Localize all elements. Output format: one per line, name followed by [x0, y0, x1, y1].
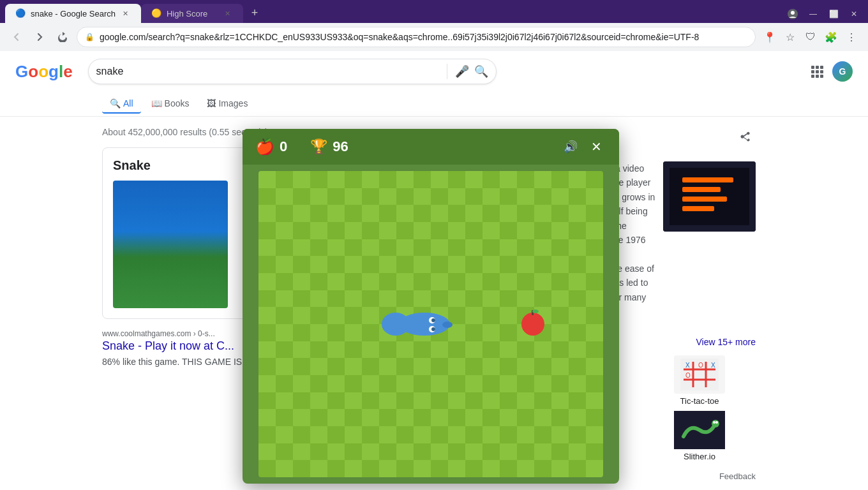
board-cell: [310, 358, 327, 375]
board-cell: [431, 426, 448, 443]
apple-score-icon: 🍎: [255, 138, 274, 156]
board-cell: [483, 392, 500, 410]
board-cell: [500, 205, 517, 222]
tab-favicon-snake: 🔵: [15, 8, 26, 19]
board-cell: [534, 256, 551, 273]
board-cell: [414, 341, 431, 359]
google-apps-button[interactable]: [807, 61, 827, 82]
board-cell: [327, 188, 345, 205]
board-cell: [569, 324, 586, 341]
profile-icon[interactable]: [784, 8, 802, 20]
high-score-section: 🏆 96: [310, 138, 348, 155]
feedback-button[interactable]: Feedback: [719, 471, 756, 481]
extension2-button[interactable]: 🧩: [822, 28, 840, 46]
board-cell: [310, 341, 327, 359]
svg-rect-8: [811, 75, 814, 78]
also-search-tictactoe[interactable]: X O O X Tic-tac-toe: [643, 355, 756, 406]
filter-books-label: Books: [165, 98, 190, 108]
board-cell: [276, 188, 293, 205]
board-cell: [465, 392, 483, 410]
board-cell: [431, 188, 448, 205]
tab-highscore[interactable]: 🟡 High Score ✕: [141, 4, 243, 23]
board-cell: [362, 460, 379, 477]
filter-books[interactable]: 📖 Books: [144, 94, 197, 114]
board-cell: [396, 239, 414, 256]
board-cell: [327, 460, 345, 477]
board-cell: [310, 171, 327, 188]
board-cell: [362, 324, 379, 341]
board-cell: [293, 290, 310, 308]
search-box[interactable]: snake 🎤 🔍: [88, 59, 497, 84]
board-cell: [258, 290, 276, 308]
board-cell: [448, 307, 465, 324]
new-tab-button[interactable]: +: [246, 4, 264, 22]
close-button[interactable]: ✕: [845, 8, 863, 20]
board-cell: [362, 392, 379, 410]
board-cell: [431, 307, 448, 324]
search-input-text: snake: [96, 66, 439, 77]
board-cell: [293, 392, 310, 410]
board-cell: [569, 222, 586, 239]
board-cell: [396, 171, 414, 188]
board-cell: [500, 443, 517, 461]
tab-close-highscore[interactable]: ✕: [223, 8, 233, 19]
board-cell: [517, 171, 534, 188]
board-cell: [276, 358, 293, 375]
board-cell: [500, 324, 517, 341]
board-cell: [483, 273, 500, 290]
board-cell: [586, 205, 603, 222]
minimize-button[interactable]: —: [804, 8, 822, 20]
board-cell: [379, 341, 396, 359]
user-avatar[interactable]: G: [832, 61, 853, 82]
board-cell: [293, 341, 310, 359]
search-submit-icon[interactable]: 🔍: [474, 64, 488, 78]
board-cell: [310, 239, 327, 256]
url-text: google.com/search?q=snake&rlz=1CCHKDC_en…: [100, 32, 747, 42]
microphone-icon[interactable]: 🎤: [455, 64, 469, 78]
board-cell: [483, 460, 500, 477]
filter-images[interactable]: 🖼 Images: [199, 94, 255, 114]
forward-button[interactable]: [31, 28, 49, 46]
filter-images-icon: 🖼: [207, 98, 216, 108]
board-cell: [379, 273, 396, 290]
filter-all[interactable]: 🔍 All: [102, 94, 141, 114]
back-button[interactable]: [8, 28, 26, 46]
board-cell: [431, 375, 448, 392]
board-cell: [362, 341, 379, 359]
board-cell: [534, 290, 551, 308]
close-game-button[interactable]: ✕: [586, 137, 606, 157]
board-cell: [483, 171, 500, 188]
board-cell: [276, 392, 293, 410]
board-cell: [379, 290, 396, 308]
sound-button[interactable]: 🔊: [560, 137, 581, 157]
board-cell: [414, 358, 431, 375]
reload-button[interactable]: [54, 28, 71, 46]
board-cell: [276, 460, 293, 477]
svg-rect-4: [820, 66, 823, 69]
maximize-button[interactable]: ⬜: [825, 8, 842, 20]
menu-button[interactable]: ⋮: [842, 28, 860, 46]
tab-close-snake[interactable]: ✕: [121, 8, 131, 19]
view-more-link[interactable]: View 15+ more: [696, 337, 756, 347]
board-cell: [517, 409, 534, 426]
also-search-slither[interactable]: Slither.io: [643, 411, 756, 461]
board-cell: [448, 358, 465, 375]
board-cell: [500, 392, 517, 410]
board-cell: [379, 307, 396, 324]
tab-snake[interactable]: 🔵 snake - Google Search ✕: [5, 4, 141, 23]
address-bar[interactable]: 🔒 google.com/search?q=snake&rlz=1CCHKDC_…: [77, 27, 756, 47]
board-cell: [431, 460, 448, 477]
board-cell: [500, 239, 517, 256]
extension1-button[interactable]: 🛡: [802, 28, 819, 46]
tictactoe-label: Tic-tac-toe: [680, 396, 719, 406]
share-button[interactable]: [735, 127, 756, 147]
bookmark-button[interactable]: ☆: [781, 28, 799, 46]
board-cell: [310, 222, 327, 239]
board-cell: [465, 188, 483, 205]
board-cell: [551, 375, 569, 392]
board-cell: [534, 443, 551, 461]
game-board[interactable]: [258, 171, 603, 477]
board-cell: [534, 239, 551, 256]
board-cell: [327, 290, 345, 308]
location-button[interactable]: 📍: [761, 28, 779, 46]
